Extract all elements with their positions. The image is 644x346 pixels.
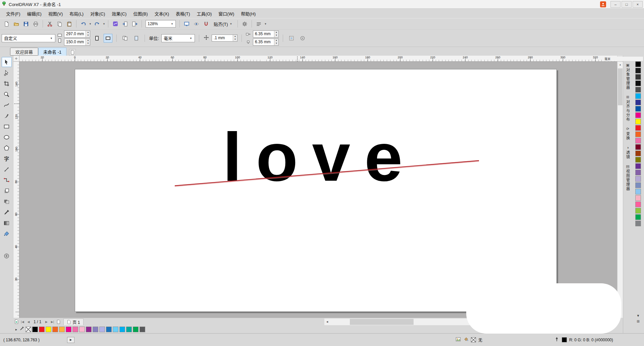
treat-as-filled-button[interactable] [287,34,296,43]
palette-scroll-down-button[interactable]: ▼ [637,314,640,318]
toolbar-overflow-icon[interactable] [254,19,263,28]
current-page-button[interactable] [132,34,141,43]
last-page-button[interactable]: ▶| [49,319,55,325]
color-swatch[interactable] [72,327,78,332]
menu-item[interactable]: 文本(X) [151,9,172,18]
color-swatch[interactable] [635,93,641,99]
undo-dropdown-arrow[interactable]: ▾ [89,22,92,25]
color-swatch[interactable] [635,163,641,169]
ruler-origin-corner[interactable]: ✛ [13,56,19,62]
maximize-button[interactable]: □ [622,1,632,8]
rectangle-tool[interactable] [2,121,12,131]
color-swatch[interactable] [635,112,641,118]
docker-tab[interactable]: ▣ 对象管理器 [625,63,631,90]
duplicate-x-field[interactable]: 6.35 mm ▲▼ [253,31,279,38]
export-button[interactable] [130,19,139,28]
page-width-field[interactable]: 297.0 mm ▲▼ [64,31,90,38]
color-swatch[interactable] [635,106,641,112]
paste-button[interactable] [65,19,74,28]
palette-eyedropper-icon[interactable] [19,326,24,333]
menu-item[interactable]: 视图(V) [45,9,66,18]
menu-item[interactable]: 位图(B) [130,9,151,18]
new-tab-button[interactable] [69,49,76,56]
color-swatch[interactable] [66,327,71,332]
snap-magnet-icon[interactable] [202,19,211,28]
horizontal-ruler[interactable]: 2002040608010012014016018020022024026028… [19,56,617,62]
color-swatch[interactable] [635,131,641,137]
parallel-dimension-tool[interactable] [2,164,12,174]
menu-item[interactable]: 布局(L) [66,9,87,18]
page-1-tab[interactable]: 页 1 [63,319,84,325]
vertical-ruler[interactable]: 14012010080604020 [13,62,19,318]
document-page[interactable]: love [75,69,557,312]
color-swatch[interactable] [635,214,641,220]
color-swatch[interactable] [635,68,641,73]
docker-tab[interactable]: ◑ 透镜 [625,146,631,159]
color-swatch[interactable] [635,176,641,182]
account-icon[interactable] [600,1,606,7]
color-swatch[interactable] [635,61,641,67]
close-button[interactable]: × [633,1,643,8]
duplicate-y-spinner[interactable]: ▲▼ [274,39,278,45]
next-page-button[interactable]: ▶ [43,319,49,325]
color-swatch[interactable] [635,201,641,207]
color-swatch[interactable] [635,144,641,150]
color-swatch[interactable] [635,221,641,226]
import-button[interactable] [120,19,129,28]
polygon-tool[interactable] [2,143,12,153]
color-swatch[interactable] [79,327,85,332]
launch-options-button[interactable] [298,34,307,43]
toolbar-overflow-arrow[interactable]: ▾ [264,22,267,25]
color-swatch[interactable] [119,327,125,332]
toolbox-customize-button[interactable] [2,251,12,261]
drawing-canvas[interactable]: love [19,62,617,318]
color-swatch[interactable] [46,327,51,332]
no-color-swatch[interactable] [25,327,31,332]
page-preset-combo[interactable]: 自定义 ▾ [2,34,55,42]
redo-dropdown-arrow[interactable]: ▾ [102,22,106,25]
page-height-field[interactable]: 150.0 mm ▲▼ [64,39,90,46]
menu-item[interactable]: 文件(F) [3,9,24,18]
zoom-level-select[interactable]: 128% ▾ [146,20,176,27]
interactive-fill-tool[interactable] [2,218,12,228]
nudge-distance-field[interactable]: .1 mm ▲▼ [212,35,237,42]
application-launcher-icon[interactable] [111,19,120,28]
outline-color-swatch[interactable] [562,337,567,342]
color-swatch[interactable] [635,138,641,143]
transparency-tool[interactable] [2,196,12,207]
color-swatch[interactable] [635,125,641,131]
color-swatch[interactable] [635,157,641,163]
vertical-scrollbar[interactable]: ▸ ▲ ▼ [617,56,623,318]
menu-item[interactable]: 编辑(E) [24,9,45,18]
zoom-tool[interactable] [2,89,12,99]
color-swatch[interactable] [39,327,45,332]
pick-tool[interactable] [2,57,12,67]
color-swatch[interactable] [635,119,641,124]
add-page-button[interactable] [13,319,19,325]
color-swatch[interactable] [635,182,641,188]
options-gear-icon[interactable] [240,19,249,28]
color-swatch[interactable] [106,327,112,332]
color-swatch[interactable] [635,195,641,201]
new-document-button[interactable] [2,19,11,28]
color-swatch[interactable] [635,189,641,194]
color-swatch[interactable] [32,327,38,332]
menu-item[interactable]: 窗口(W) [215,9,237,18]
color-swatch[interactable] [635,74,641,80]
docker-tab[interactable]: ▤ 视图管理器 [625,165,631,191]
horizontal-scroll-thumb[interactable] [350,319,414,325]
color-swatch[interactable] [52,327,58,332]
color-swatch[interactable] [59,327,65,332]
drop-shadow-tool[interactable] [2,186,12,196]
tab-welcome-screen[interactable]: 欢迎屏幕 [10,48,38,56]
scroll-left-button[interactable]: ◀ [324,319,330,325]
artwork-text[interactable]: love [223,122,417,191]
color-eyedropper-tool[interactable] [2,207,12,217]
color-swatch[interactable] [93,327,98,332]
connector-tool[interactable] [2,175,12,185]
palette-flyout-arrow[interactable]: ▸ [14,328,18,331]
snap-to-dropdown[interactable]: 贴齐(T) ▾ [211,19,235,28]
redo-button[interactable] [93,19,102,28]
nudge-spinner[interactable]: ▲▼ [233,35,237,41]
minimize-button[interactable]: – [610,1,621,8]
